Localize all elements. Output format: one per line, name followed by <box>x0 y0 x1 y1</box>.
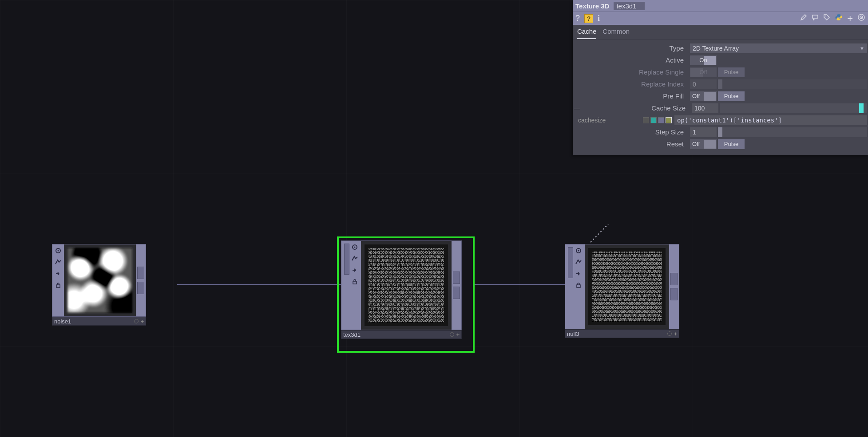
param-internal-name: cachesize <box>574 117 640 124</box>
node-add-icon[interactable]: + <box>674 331 677 337</box>
svg-point-4 <box>58 250 59 252</box>
param-label-cachesize: Cache Size <box>583 104 689 112</box>
activate-icon[interactable] <box>55 270 62 277</box>
lock-icon[interactable] <box>575 282 582 289</box>
param-cachesize-slider[interactable] <box>720 103 867 113</box>
param-active-toggle[interactable]: On <box>690 55 717 65</box>
help-box-icon[interactable]: ? <box>584 14 593 23</box>
param-type-value: 2D Texture Array <box>693 45 739 52</box>
node-name-label[interactable]: tex3d1 <box>343 331 448 338</box>
param-cachesize-expression[interactable]: op('constant1')['instances'] <box>674 115 867 125</box>
parameter-help-toolbar: ? ? i + <box>573 12 868 25</box>
viewer-icon[interactable] <box>55 247 62 254</box>
node-icon-column <box>52 244 64 316</box>
node-flag-dot[interactable] <box>450 332 454 337</box>
tab-cache[interactable]: Cache <box>577 28 596 39</box>
param-replace-single-pulse[interactable]: Pulse <box>718 67 745 77</box>
mode-expression-icon[interactable] <box>650 117 657 123</box>
svg-line-2 <box>591 224 608 242</box>
toggle-value-label: Off <box>690 69 717 75</box>
activate-icon[interactable] <box>351 267 358 274</box>
toggle-value-label: Off <box>690 93 717 99</box>
lock-icon[interactable] <box>351 278 358 285</box>
operator-name-field[interactable]: tex3d1 <box>614 2 645 10</box>
param-replace-index-slider[interactable] <box>718 79 867 89</box>
node-output-column <box>136 244 146 316</box>
target-icon[interactable] <box>857 13 865 24</box>
python-icon[interactable] <box>835 13 843 24</box>
param-label-replace-index: Replace Index <box>574 80 687 88</box>
info-icon[interactable]: i <box>598 14 600 23</box>
toggle-value-label: Off <box>690 141 717 147</box>
param-stepsize-slider[interactable] <box>718 127 867 137</box>
param-type-dropdown[interactable]: 2D Texture Array ▼ <box>690 43 867 53</box>
output-port[interactable] <box>453 287 460 299</box>
svg-point-7 <box>354 247 356 248</box>
node-name-label[interactable]: noise1 <box>54 318 132 325</box>
output-port[interactable] <box>670 288 678 300</box>
param-cachesize-value[interactable]: 100 <box>692 103 718 113</box>
mode-constant-icon[interactable] <box>643 117 649 123</box>
node-footer: noise1 + <box>52 317 146 326</box>
param-label-prefill: Pre Fill <box>574 92 687 100</box>
param-mode-selector[interactable] <box>643 117 672 123</box>
parameter-tabs: Cache Common <box>573 25 868 39</box>
node-preview <box>361 241 452 330</box>
node-add-icon[interactable]: + <box>140 318 144 325</box>
tab-common[interactable]: Common <box>602 28 630 39</box>
node-name-label[interactable]: null3 <box>567 331 666 337</box>
output-port[interactable] <box>453 272 460 284</box>
param-label-type: Type <box>574 44 687 52</box>
param-replace-single-toggle[interactable]: Off <box>690 67 717 77</box>
output-port[interactable] <box>137 282 144 294</box>
param-prefill-toggle[interactable]: Off <box>690 91 717 101</box>
toggle-value-label: On <box>690 57 717 63</box>
parameter-panel[interactable]: Texture 3D tex3d1 ? ? i + Cache Common T… <box>573 0 868 155</box>
slider-thumb[interactable] <box>718 79 722 89</box>
node-noise1[interactable]: noise1 + <box>52 244 146 326</box>
param-reset-toggle[interactable]: Off <box>690 139 717 149</box>
node-tex3d1[interactable]: tex3d1 + <box>341 240 462 339</box>
collapse-icon[interactable]: — <box>574 105 581 112</box>
edit-icon[interactable] <box>800 14 807 23</box>
svg-point-15 <box>861 17 862 18</box>
svg-point-10 <box>578 250 579 252</box>
svg-rect-5 <box>56 285 60 287</box>
viewer-icon[interactable] <box>575 247 582 254</box>
parameter-titlebar: Texture 3D tex3d1 <box>573 0 868 12</box>
node-null3[interactable]: null3 + <box>565 244 679 338</box>
param-replace-index-value[interactable]: 0 <box>690 79 717 89</box>
svg-rect-11 <box>577 285 580 287</box>
svg-point-12 <box>825 16 826 16</box>
input-port[interactable] <box>344 244 349 275</box>
param-prefill-pulse[interactable]: Pulse <box>718 91 745 101</box>
slider-thumb[interactable] <box>859 103 864 113</box>
output-port[interactable] <box>137 267 144 279</box>
svg-rect-8 <box>353 281 357 284</box>
output-port[interactable] <box>670 273 678 285</box>
bypass-icon[interactable] <box>351 255 358 262</box>
node-flag-dot[interactable] <box>134 319 139 323</box>
slider-thumb[interactable] <box>718 127 722 137</box>
tag-icon[interactable] <box>823 14 830 23</box>
activate-icon[interactable] <box>575 270 582 277</box>
mode-bind-icon[interactable] <box>666 117 672 123</box>
lock-icon[interactable] <box>55 282 62 289</box>
comment-icon[interactable] <box>812 14 819 23</box>
node-footer: tex3d1 + <box>341 330 462 339</box>
node-add-icon[interactable]: + <box>456 331 460 338</box>
help-icon[interactable]: ? <box>575 14 580 23</box>
parameter-list: Type 2D Texture Array ▼ Active On Replac… <box>573 39 868 155</box>
param-label-stepsize: Step Size <box>574 128 687 136</box>
node-preview <box>64 244 136 316</box>
bypass-icon[interactable] <box>55 259 62 266</box>
param-label-replace-single: Replace Single <box>574 68 687 76</box>
add-parpage-icon[interactable]: + <box>847 13 853 24</box>
input-port[interactable] <box>568 247 573 278</box>
mode-export-icon[interactable] <box>658 117 664 123</box>
bypass-icon[interactable] <box>575 259 582 266</box>
node-flag-dot[interactable] <box>667 331 672 336</box>
param-reset-pulse[interactable]: Pulse <box>718 139 745 149</box>
viewer-icon[interactable] <box>351 244 358 251</box>
param-stepsize-value[interactable]: 1 <box>690 127 717 137</box>
